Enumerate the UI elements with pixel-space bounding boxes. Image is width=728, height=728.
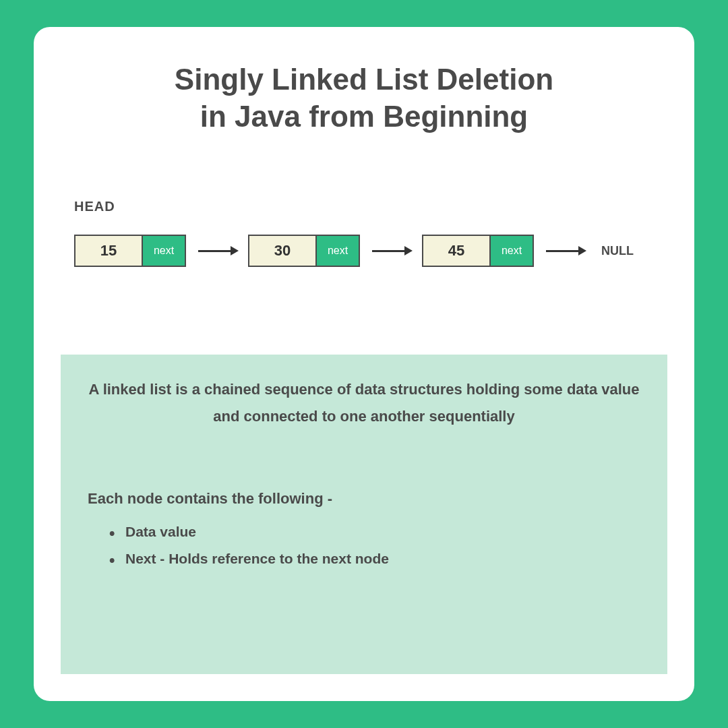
node-next-pointer: next (491, 236, 533, 266)
node-next-pointer: next (317, 236, 359, 266)
node-value: 15 (75, 236, 143, 266)
bullet-list: Data value Next - Holds reference to the… (88, 524, 640, 567)
list-item: Next - Holds reference to the next node (109, 551, 640, 567)
linked-list-nodes: 15 next 30 next 45 next (74, 235, 667, 267)
head-label: HEAD (74, 199, 667, 214)
title-line-2: in Java from Beginning (200, 100, 528, 133)
arrow-icon (372, 246, 413, 255)
arrow-icon (198, 246, 239, 255)
list-item: Data value (109, 524, 640, 540)
arrow-icon (546, 246, 586, 255)
info-panel: A linked list is a chained sequence of d… (61, 355, 667, 674)
description-text: A linked list is a chained sequence of d… (88, 376, 640, 429)
page-title: Singly Linked List Deletion in Java from… (61, 61, 667, 135)
node-3: 45 next (422, 235, 534, 267)
node-1: 15 next (74, 235, 186, 267)
node-next-pointer: next (143, 236, 185, 266)
subtitle-text: Each node contains the following - (88, 490, 640, 508)
title-line-1: Singly Linked List Deletion (175, 63, 553, 96)
content-card: Singly Linked List Deletion in Java from… (34, 27, 694, 701)
node-2: 30 next (248, 235, 360, 267)
node-value: 45 (423, 236, 491, 266)
null-label: NULL (601, 244, 634, 258)
linked-list-diagram: HEAD 15 next 30 next (61, 199, 667, 267)
node-value: 30 (249, 236, 317, 266)
